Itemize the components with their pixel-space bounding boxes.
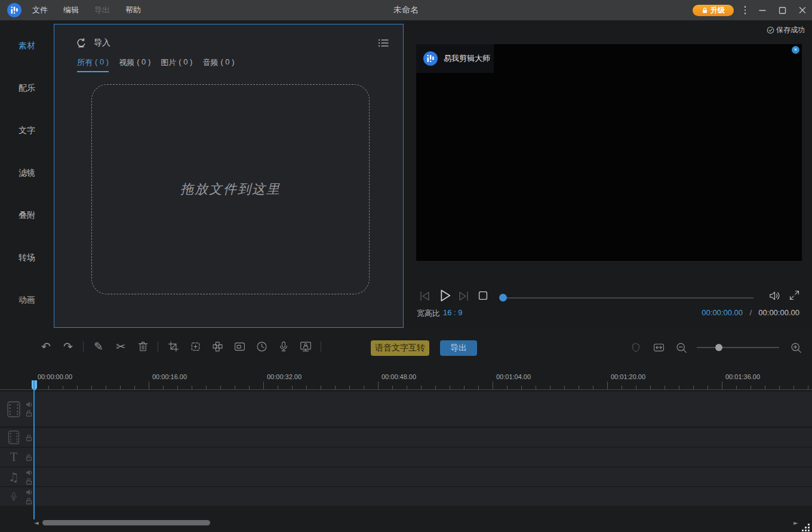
import-label: 导入 bbox=[94, 38, 110, 48]
sidebar-item-filters[interactable]: 滤镜 bbox=[0, 168, 54, 180]
menu-bar: 文件 编辑 导出 帮助 bbox=[29, 0, 144, 20]
timeline-zoom-slider[interactable] bbox=[697, 347, 779, 348]
app-logo-icon bbox=[7, 2, 22, 18]
tab-image[interactable]: 图片( 0 ) bbox=[161, 57, 192, 72]
tab-video[interactable]: 视频( 0 ) bbox=[119, 57, 150, 72]
pip-track-head bbox=[6, 428, 33, 447]
zoom-out-icon[interactable] bbox=[674, 340, 688, 355]
check-circle-icon bbox=[767, 26, 774, 34]
playback-controls bbox=[404, 284, 812, 308]
timeline-scrollbar[interactable] bbox=[42, 520, 210, 525]
watermark: 易我剪辑大师 bbox=[416, 44, 494, 73]
seek-handle[interactable] bbox=[499, 294, 507, 302]
pip-video-track[interactable] bbox=[0, 428, 812, 447]
undo-icon[interactable]: ↶ bbox=[39, 339, 53, 353]
list-view-icon[interactable] bbox=[377, 38, 389, 48]
scroll-right-icon[interactable]: ► bbox=[793, 519, 798, 526]
watermark-logo-icon bbox=[423, 51, 438, 66]
aspect-ratio-label: 宽高比 bbox=[417, 308, 440, 319]
next-frame-button[interactable] bbox=[456, 289, 470, 303]
timecode-separator: / bbox=[749, 308, 752, 317]
edit-pencil-icon[interactable]: ✎ bbox=[91, 339, 106, 353]
voiceover-mic-icon[interactable] bbox=[276, 339, 291, 353]
media-tabs: 所有( 0 ) 视频( 0 ) 图片( 0 ) 音频( 0 ) bbox=[77, 57, 235, 72]
import-button[interactable]: 导入 bbox=[76, 38, 110, 48]
sidebar-item-animation[interactable]: 动画 bbox=[0, 295, 54, 307]
track-volume-icon[interactable] bbox=[26, 469, 33, 476]
sidebar-item-media[interactable]: 素材 bbox=[0, 41, 54, 53]
scroll-left-icon[interactable]: ◄ bbox=[34, 519, 39, 526]
seek-bar[interactable] bbox=[500, 297, 753, 299]
volume-icon[interactable] bbox=[768, 289, 782, 303]
play-button[interactable] bbox=[436, 287, 453, 304]
crop-icon[interactable] bbox=[166, 339, 180, 353]
edit-toolbar: ↶ ↷ ✎ ✂ bbox=[0, 328, 812, 365]
track-lock-icon[interactable] bbox=[26, 410, 32, 417]
track-lock-icon[interactable] bbox=[26, 478, 32, 485]
app-window: 文件 编辑 导出 帮助 未命名 升级 素材 配乐 文字 滤镜 叠附 bbox=[0, 0, 812, 532]
playhead-line[interactable] bbox=[33, 380, 35, 519]
freeze-frame-icon[interactable] bbox=[232, 339, 247, 353]
sidebar-item-overlays[interactable]: 叠附 bbox=[0, 210, 54, 222]
save-status: 保存成功 bbox=[767, 25, 805, 35]
marker-shield-icon[interactable] bbox=[629, 340, 643, 355]
video-track[interactable] bbox=[0, 392, 812, 426]
ruler-label: 00:00:16.00 bbox=[152, 373, 187, 380]
tab-audio[interactable]: 音频( 0 ) bbox=[202, 57, 234, 72]
video-viewport: 易我剪辑大师 × bbox=[416, 44, 802, 261]
zoom-in-icon[interactable] bbox=[789, 340, 803, 355]
previous-frame-button[interactable] bbox=[418, 289, 432, 303]
maximize-button[interactable] bbox=[775, 4, 789, 17]
music-track[interactable]: ♫ bbox=[0, 468, 812, 486]
close-button[interactable] bbox=[795, 4, 810, 17]
fit-timeline-icon[interactable] bbox=[651, 340, 666, 355]
file-dropzone[interactable]: 拖放文件到这里 bbox=[91, 84, 370, 294]
track-lock-icon[interactable] bbox=[26, 497, 32, 505]
import-icon bbox=[76, 38, 87, 48]
watermark-close-icon[interactable]: × bbox=[792, 46, 799, 54]
stop-button[interactable] bbox=[476, 289, 490, 302]
ruler-label: 00:00:32.00 bbox=[267, 373, 302, 380]
track-lock-icon[interactable] bbox=[26, 434, 32, 441]
aspect-ratio-value[interactable]: 16 : 9 bbox=[443, 308, 463, 317]
sidebar-item-transitions[interactable]: 转场 bbox=[0, 253, 54, 265]
preview-info-row: 宽高比 16 : 9 00:00:00.00 / 00:00:00.00 bbox=[404, 306, 812, 321]
zoom-frame-icon[interactable] bbox=[188, 339, 202, 353]
tab-all[interactable]: 所有( 0 ) bbox=[77, 57, 109, 72]
upgrade-label: 升级 bbox=[710, 5, 725, 16]
cut-scissors-icon[interactable]: ✂ bbox=[113, 339, 128, 353]
sidebar-item-text[interactable]: 文字 bbox=[0, 125, 54, 137]
menu-export: 导出 bbox=[91, 4, 113, 17]
total-timecode: 00:00:00.00 bbox=[758, 308, 799, 317]
track-volume-icon[interactable] bbox=[26, 489, 33, 496]
voiceover-track[interactable] bbox=[0, 487, 812, 506]
fullscreen-icon[interactable] bbox=[788, 289, 801, 302]
mosaic-icon[interactable] bbox=[210, 339, 224, 353]
menu-help[interactable]: 帮助 bbox=[122, 4, 144, 17]
redo-icon[interactable]: ↷ bbox=[61, 339, 75, 353]
ruler-label: 00:00:00.00 bbox=[38, 373, 72, 380]
track-volume-icon[interactable] bbox=[26, 401, 33, 408]
export-button[interactable]: 导出 bbox=[440, 340, 477, 356]
music-track-head: ♫ bbox=[6, 468, 33, 486]
track-lock-icon[interactable] bbox=[26, 454, 32, 461]
timeline-zoom-handle[interactable] bbox=[715, 344, 722, 351]
window-resize-grip[interactable] bbox=[801, 523, 810, 532]
speech-to-text-button[interactable]: 语音文字互转 bbox=[371, 340, 429, 356]
more-menu-button[interactable] bbox=[741, 4, 749, 16]
delete-trash-icon[interactable] bbox=[136, 339, 150, 353]
screen-record-icon[interactable] bbox=[299, 339, 313, 353]
toolbar-separator bbox=[158, 342, 158, 352]
text-track-head: T bbox=[6, 448, 33, 466]
sidebar: 素材 配乐 文字 滤镜 叠附 转场 动画 bbox=[0, 24, 54, 328]
menu-file[interactable]: 文件 bbox=[29, 4, 51, 17]
upgrade-button[interactable]: 升级 bbox=[693, 5, 734, 16]
minimize-button[interactable] bbox=[755, 4, 770, 17]
ruler-baseline bbox=[0, 389, 812, 390]
sidebar-item-music[interactable]: 配乐 bbox=[0, 83, 54, 95]
text-track[interactable]: T bbox=[0, 448, 812, 466]
duration-clock-icon[interactable] bbox=[254, 339, 269, 353]
menu-edit[interactable]: 编辑 bbox=[60, 4, 82, 17]
preview-panel: 保存成功 易我剪辑大师 × bbox=[404, 20, 812, 328]
ruler-label: 00:01:04.00 bbox=[496, 373, 531, 380]
